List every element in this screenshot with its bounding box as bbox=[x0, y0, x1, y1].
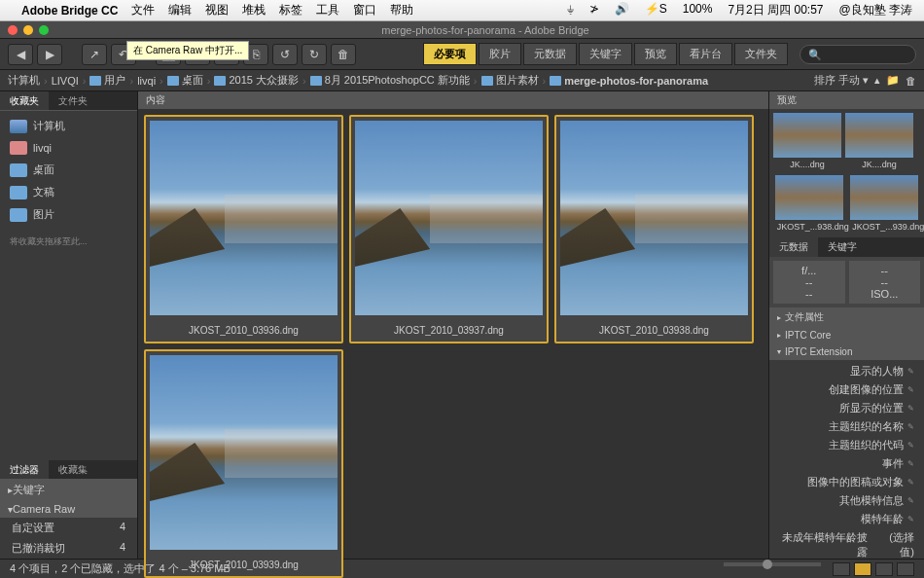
rotate-ccw-button[interactable]: ↺ bbox=[272, 44, 298, 65]
prop-row[interactable]: 其他模特信息✎ bbox=[769, 491, 924, 510]
prop-row[interactable]: 主题组织的名称✎ bbox=[769, 417, 924, 436]
crumb-current[interactable]: merge-photos-for-panorama bbox=[550, 75, 708, 87]
filter-item-crop[interactable]: 已撤消裁切4 bbox=[0, 538, 137, 559]
menu-view[interactable]: 视图 bbox=[205, 2, 229, 18]
delete-icon[interactable]: 🗑 bbox=[906, 75, 916, 87]
tab-folders[interactable]: 文件夹 bbox=[734, 43, 788, 65]
tab-essentials[interactable]: 必要项 bbox=[423, 43, 477, 65]
tab-metadata-panel[interactable]: 元数据 bbox=[769, 237, 818, 257]
edit-icon: ✎ bbox=[907, 496, 914, 505]
preview-thumb[interactable]: JK....dng bbox=[845, 113, 913, 171]
crumb-6[interactable]: 8月 2015PhotoshopCC 新功能 bbox=[310, 73, 470, 88]
tab-favorites[interactable]: 收藏夹 bbox=[0, 91, 49, 110]
prop-row[interactable]: 所显示的位置✎ bbox=[769, 399, 924, 417]
menu-window[interactable]: 窗口 bbox=[353, 2, 376, 18]
battery-icon[interactable]: ⚡S bbox=[645, 2, 667, 18]
preview-thumb[interactable]: JK....dng bbox=[773, 113, 841, 171]
section-iptc-ext[interactable]: IPTC Extension bbox=[769, 343, 924, 360]
menu-file[interactable]: 文件 bbox=[131, 2, 155, 18]
zoom-window-button[interactable] bbox=[39, 25, 49, 35]
prop-row[interactable]: 未成年模特年龄披露 (选择值) bbox=[769, 528, 924, 559]
view-grid-button[interactable] bbox=[833, 562, 850, 576]
edit-icon: ✎ bbox=[907, 441, 914, 450]
filter-item-custom[interactable]: 自定设置4 bbox=[0, 518, 137, 538]
view-list-button[interactable] bbox=[897, 562, 914, 576]
prop-row[interactable]: 图像中的图稿或对象✎ bbox=[769, 473, 924, 491]
monitor-icon bbox=[10, 120, 27, 133]
tab-filter[interactable]: 过滤器 bbox=[0, 460, 49, 479]
crumb-computer[interactable]: 计算机 bbox=[8, 73, 40, 88]
prop-row[interactable]: 显示的人物✎ bbox=[769, 362, 924, 380]
prop-row[interactable]: 事件✎ bbox=[769, 454, 924, 473]
menu-label[interactable]: 标签 bbox=[279, 2, 302, 18]
crumb-users[interactable]: 用户 bbox=[89, 73, 125, 88]
drop-hint: 将收藏夹拖移至此... bbox=[0, 230, 137, 254]
tab-keywords[interactable]: 关键字 bbox=[579, 43, 632, 65]
folder-icon bbox=[10, 186, 27, 199]
tab-filmstrip[interactable]: 胶片 bbox=[479, 43, 521, 65]
menu-tools[interactable]: 工具 bbox=[316, 2, 339, 18]
edit-icon: ✎ bbox=[907, 404, 914, 413]
crumb-desktop[interactable]: 桌面 bbox=[167, 73, 203, 88]
thumbnail[interactable]: JKOST_2010_03938.dng bbox=[554, 115, 754, 343]
thumbnail[interactable]: JKOST_2010_03936.dng bbox=[144, 115, 343, 343]
menu-help[interactable]: 帮助 bbox=[390, 2, 413, 18]
menu-edit[interactable]: 编辑 bbox=[168, 2, 192, 18]
fav-pictures[interactable]: 图片 bbox=[0, 203, 137, 226]
tab-preview[interactable]: 预览 bbox=[634, 43, 677, 65]
filter-keywords-header[interactable]: ▸ 关键字 bbox=[0, 480, 137, 500]
tab-metadata[interactable]: 元数据 bbox=[523, 43, 577, 65]
app-name[interactable]: Adobe Bridge CC bbox=[21, 4, 118, 18]
datetime[interactable]: 7月2日 周四 00:57 bbox=[728, 2, 823, 18]
prop-row[interactable]: 模特年龄✎ bbox=[769, 510, 924, 528]
menu-stack[interactable]: 堆栈 bbox=[242, 2, 266, 18]
preview-thumb[interactable]: JKOST_...939.dng bbox=[850, 175, 918, 234]
reveal-button[interactable]: ↗ bbox=[82, 44, 107, 65]
thumbnail[interactable]: JKOST_2010_03937.dng bbox=[349, 115, 549, 343]
new-folder-icon[interactable]: 📁 bbox=[886, 74, 900, 87]
fav-home[interactable]: livqi bbox=[0, 137, 137, 159]
view-thumbs-button[interactable] bbox=[854, 562, 871, 576]
iptc-ext-props: 显示的人物✎ 创建图像的位置✎ 所显示的位置✎ 主题组织的名称✎ 主题组织的代码… bbox=[769, 360, 924, 559]
back-button[interactable]: ◀ bbox=[8, 44, 33, 65]
wifi-icon[interactable]: ⏚ bbox=[567, 2, 574, 18]
menubar-right: ⏚ ≯ 🔊 ⚡S 100% 7月2日 周四 00:57 @良知塾 李涛 bbox=[563, 2, 916, 18]
preview-header: 预览 bbox=[769, 91, 924, 109]
crumb-7[interactable]: 图片素材 bbox=[481, 73, 539, 88]
thumbnail-size-slider[interactable] bbox=[724, 562, 821, 566]
trash-button[interactable]: 🗑 bbox=[331, 44, 356, 65]
fav-documents[interactable]: 文稿 bbox=[0, 181, 137, 203]
prop-row[interactable]: 创建图像的位置✎ bbox=[769, 380, 924, 399]
view-details-button[interactable] bbox=[875, 562, 893, 576]
volume-icon[interactable]: 🔊 bbox=[615, 2, 629, 18]
status-text: 4 个项目，2 个已隐藏，选中了 4 个 – 3.76 MB bbox=[10, 561, 231, 576]
rotate-cw-button[interactable]: ↻ bbox=[302, 44, 327, 65]
tab-collections[interactable]: 收藏集 bbox=[49, 460, 97, 479]
bluetooth-icon[interactable]: ≯ bbox=[589, 2, 599, 18]
crumb-5[interactable]: 2015 大众摄影 bbox=[214, 73, 299, 88]
preview-thumb[interactable]: JKOST_...938.dng bbox=[775, 175, 843, 234]
search-input[interactable] bbox=[800, 45, 916, 64]
tab-lighttable[interactable]: 看片台 bbox=[679, 43, 732, 65]
sort-dropdown[interactable]: 排序 手动 ▾ bbox=[814, 73, 869, 88]
fav-desktop[interactable]: 桌面 bbox=[0, 159, 137, 181]
fav-computer[interactable]: 计算机 bbox=[0, 115, 137, 137]
tab-folders-panel[interactable]: 文件夹 bbox=[49, 91, 97, 110]
thumbnail[interactable]: JKOST_2010_03939.dng bbox=[144, 349, 343, 578]
crumb-home[interactable]: livqi bbox=[137, 75, 156, 87]
edit-icon: ✎ bbox=[907, 385, 914, 394]
section-iptc-core[interactable]: IPTC Core bbox=[769, 327, 924, 343]
content-panel: 内容 JKOST_2010_03936.dng JKOST_2010_03937… bbox=[138, 91, 768, 559]
macos-menubar: Adobe Bridge CC 文件 编辑 视图 堆栈 标签 工具 窗口 帮助 … bbox=[0, 0, 924, 21]
user[interactable]: @良知塾 李涛 bbox=[838, 2, 912, 18]
filter-cameraraw-header[interactable]: ▾ Camera Raw bbox=[0, 500, 137, 518]
crumb-drive[interactable]: LIVQI bbox=[52, 75, 79, 87]
prop-row[interactable]: 主题组织的代码✎ bbox=[769, 436, 924, 454]
tab-keywords-panel[interactable]: 关键字 bbox=[818, 237, 867, 257]
sort-asc-icon[interactable]: ▴ bbox=[874, 74, 880, 87]
minimize-window-button[interactable] bbox=[23, 25, 33, 35]
forward-button[interactable]: ▶ bbox=[37, 44, 62, 65]
section-file-props[interactable]: 文件属性 bbox=[769, 307, 924, 327]
close-window-button[interactable] bbox=[8, 25, 18, 35]
thumbnail-label: JKOST_2010_03937.dng bbox=[351, 319, 547, 342]
